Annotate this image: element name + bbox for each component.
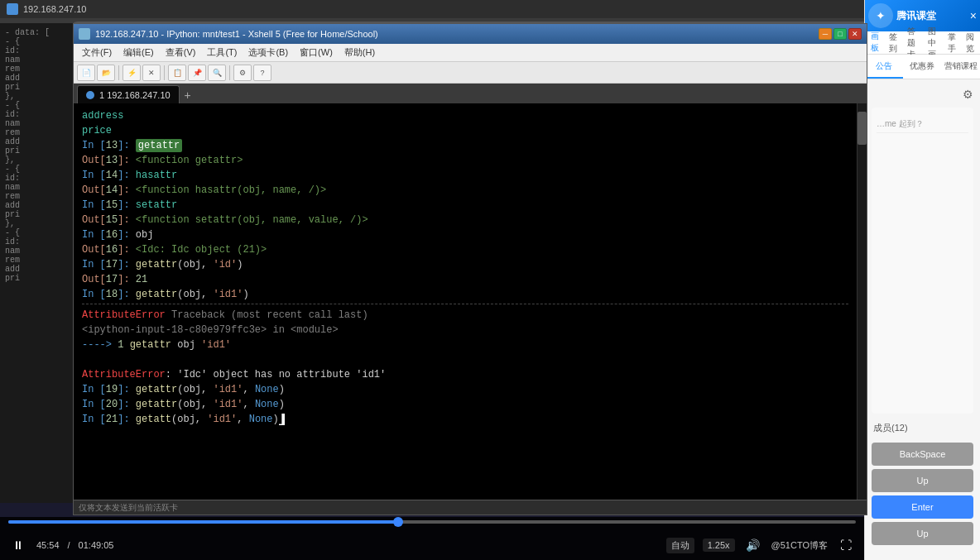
terminal-area[interactable]: address priceIn [13]: getattrOut[13]: <f… [74, 103, 867, 500]
xshell-toolbar: 📄 📂 ⚡ ✕ 📋 📌 🔍 ⚙ ? [74, 62, 867, 84]
scrollbar-thumb[interactable] [858, 112, 867, 145]
toolbar-paste[interactable]: 📌 [188, 65, 206, 81]
terminal-line [82, 352, 848, 367]
terminal-line: In [14]: hasattr [82, 168, 848, 183]
terminal-line: Out[17]: 21 [82, 272, 848, 287]
left-code-line: - { [5, 228, 69, 237]
toolbar-settings[interactable]: ⚙ [233, 65, 252, 81]
progress-dot[interactable] [393, 517, 403, 527]
terminal-scrollbar[interactable] [857, 103, 867, 500]
left-code-line: }, [5, 156, 69, 165]
watermark: @51CTO博客 [771, 539, 828, 552]
tencent-panel-body: ⚙ …me 起到？ 成员(12) BackSpace Up Enter Up [865, 79, 980, 560]
right-panel-close[interactable]: × [970, 9, 977, 22]
terminal-line: Out[16]: <Idc: Idc object (21)> [82, 242, 848, 257]
tencent-nav-qiandao[interactable]: 签到 [886, 30, 900, 56]
speed-badge[interactable]: 1.25x [703, 538, 735, 552]
left-code-line: id: [5, 237, 69, 246]
left-code-line: nam [5, 246, 69, 256]
left-code-line: pri [5, 146, 69, 156]
up-button-1[interactable]: Up [872, 469, 973, 492]
tencent-icon: ✦ [868, 3, 893, 28]
toolbar-new[interactable]: 📄 [77, 65, 95, 81]
toolbar-sep2 [164, 65, 165, 80]
tencent-nav-huaban[interactable]: 画板 [868, 29, 882, 57]
fullscreen-button[interactable]: ⛶ [836, 535, 856, 555]
left-code-line: pri [5, 83, 69, 92]
xshell-status-bar: 仅将文本发送到当前活跃卡 [74, 500, 867, 515]
tencent-tab-yingxiao[interactable]: 营销课程 [942, 55, 980, 79]
left-code-line: id: [5, 46, 69, 55]
terminal-line: Out[15]: <function setattr(obj, name, va… [82, 213, 848, 227]
xshell-titlebar: 192.168.247.10 - IPython: mnt/test1 - Xs… [74, 24, 867, 44]
xshell-close[interactable]: ✕ [848, 28, 862, 40]
left-code-line: nam [5, 183, 69, 192]
left-code-line: id: [5, 174, 69, 183]
menu-view[interactable]: 查看(V) [161, 45, 201, 60]
left-code-line: pri [5, 210, 69, 219]
toolbar-help[interactable]: ? [253, 65, 271, 81]
enter-button[interactable]: Enter [872, 495, 973, 519]
browser-top-bar: 192.168.247.10 [0, 0, 980, 18]
left-code-line: - { [5, 37, 69, 46]
settings-row: ⚙ [872, 86, 973, 103]
volume-button[interactable]: 🔊 [743, 535, 763, 555]
tab-192-168-247-10[interactable]: 1 192.168.247.10 [77, 85, 180, 103]
terminal-line: In [16]: obj [82, 227, 848, 242]
tencent-nav-zhang[interactable]: 掌手 [945, 30, 958, 56]
left-code-line: add [5, 74, 69, 83]
menu-window[interactable]: 窗口(W) [295, 45, 338, 60]
status-hint: 仅将文本发送到当前活跃卡 [79, 502, 178, 514]
toolbar-disconnect[interactable]: ✕ [142, 65, 161, 81]
video-control-bar: ⏸ 45:54 / 01:49:05 自动 1.25x 🔊 @51CTO博客 ⛶ [0, 517, 864, 560]
control-buttons: BackSpace Up Enter Up [872, 443, 973, 553]
progress-fill [8, 520, 398, 524]
menu-tabs[interactable]: 选项卡(B) [243, 45, 293, 60]
pause-button[interactable]: ⏸ [8, 535, 28, 555]
terminal-line: In [13]: getattr [82, 138, 848, 153]
terminal-line: ----> 1 getattr obj 'id1' [82, 337, 848, 352]
tencent-sub-tabs: 公告 优惠券 营销课程 [865, 55, 980, 79]
terminal-line: In [20]: getattr(obj, 'id1', None) [82, 397, 848, 412]
xshell-icon [79, 28, 90, 40]
toolbar-search[interactable]: 🔍 [208, 65, 226, 81]
toolbar-sep3 [229, 65, 230, 80]
tencent-tab-youhui[interactable]: 优惠券 [903, 55, 941, 79]
menu-file[interactable]: 文件(F) [77, 45, 117, 60]
toolbar-copy[interactable]: 📋 [168, 65, 186, 81]
terminal-line: AttributeError: 'Idc' object has no attr… [82, 367, 848, 382]
menu-edit[interactable]: 编辑(E) [118, 45, 159, 60]
time-separator: / [68, 540, 70, 550]
toolbar-connect[interactable]: ⚡ [122, 65, 141, 81]
xshell-window: 192.168.247.10 - IPython: mnt/test1 - Xs… [73, 23, 867, 515]
left-code-line: - { [5, 101, 69, 110]
left-code-line: nam [5, 119, 69, 128]
left-code-line: rem [5, 256, 69, 265]
xshell-tab-bar: 1 192.168.247.10 + [74, 84, 867, 103]
xshell-maximize[interactable]: □ [833, 28, 847, 40]
left-code-line: - data: [ [5, 28, 69, 37]
tencent-tab-gonggao[interactable]: 公告 [865, 55, 903, 79]
left-code-line: id: [5, 110, 69, 119]
backspace-button[interactable]: BackSpace [872, 443, 973, 466]
left-code-line: rem [5, 65, 69, 74]
terminal-line: In [21]: getatt(obj, 'id1', None)▌ [82, 412, 848, 427]
tencent-nav-yulan[interactable]: 阅览 [963, 30, 977, 56]
progress-bar[interactable] [8, 520, 856, 524]
terminal-line: In [18]: getattr(obj, 'id1') [82, 287, 848, 302]
toolbar-open[interactable]: 📂 [97, 65, 115, 81]
terminal-content[interactable]: address priceIn [13]: getattrOut[13]: <f… [74, 103, 857, 500]
terminal-line: <ipython-input-18-c80e979ffc3e> in <modu… [82, 323, 848, 337]
left-code-line: pri [5, 274, 69, 283]
right-panel-tencent: ✦ 腾讯课堂 × 画板 签到 答题卡 图中画 掌手 阅览 公告 优惠券 营销课程… [864, 0, 980, 560]
total-time: 01:49:05 [79, 540, 114, 550]
left-code-line: rem [5, 128, 69, 137]
auto-badge: 自动 [666, 538, 694, 553]
xshell-minimize[interactable]: ─ [819, 28, 832, 40]
menu-tools[interactable]: 工具(T) [202, 45, 242, 60]
xshell-window-controls: ─ □ ✕ [819, 28, 862, 40]
settings-icon[interactable]: ⚙ [963, 88, 973, 101]
up-button-2[interactable]: Up [872, 522, 973, 545]
tab-add-button[interactable]: + [180, 87, 196, 103]
menu-help[interactable]: 帮助(H) [339, 45, 380, 60]
